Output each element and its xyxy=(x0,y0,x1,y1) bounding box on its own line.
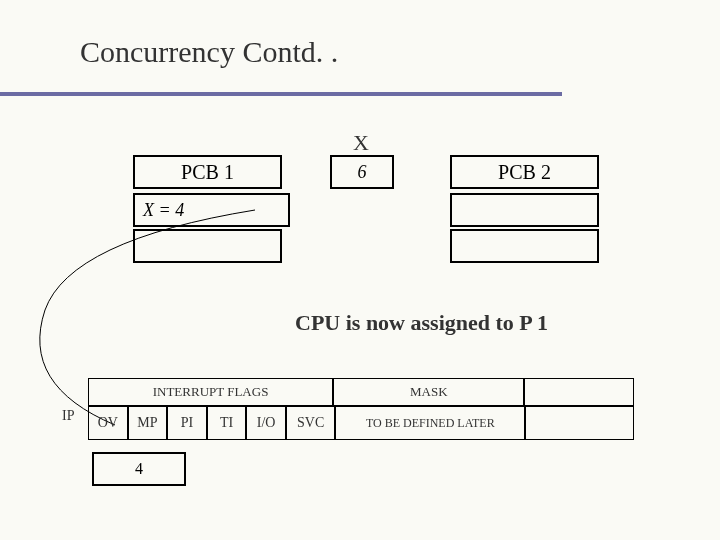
cell-ov: OV xyxy=(88,406,128,440)
pcb2-header: PCB 2 xyxy=(450,155,599,189)
title-underline xyxy=(0,92,562,96)
cell-io: I/O xyxy=(246,406,286,440)
cell-ti: TI xyxy=(207,406,247,440)
cell-pi: PI xyxy=(167,406,207,440)
cell-blank xyxy=(525,406,634,440)
pcb1-header: PCB 1 xyxy=(133,155,282,189)
variable-x-label: X xyxy=(353,130,369,156)
ip-label: IP xyxy=(62,408,74,424)
hdr-blank xyxy=(524,378,634,406)
hdr-mask: MASK xyxy=(333,378,524,406)
hdr-interrupt-flags: INTERRUPT FLAGS xyxy=(88,378,333,406)
cpu-caption: CPU is now assigned to P 1 xyxy=(295,310,548,336)
slide-title: Concurrency Contd. . xyxy=(80,35,338,69)
pcb1-row2 xyxy=(133,229,282,263)
cell-svc: SVC xyxy=(286,406,335,440)
flags-table: INTERRUPT FLAGS MASK OV MP PI TI I/O SVC… xyxy=(88,378,634,440)
x-value-box: 6 xyxy=(330,155,394,189)
ip-box: 4 xyxy=(92,452,186,486)
pcb1-row1: X = 4 xyxy=(133,193,290,227)
pcb2-row2 xyxy=(450,229,599,263)
cell-mask: TO BE DEFINED LATER xyxy=(335,406,525,440)
cell-mp: MP xyxy=(128,406,168,440)
pcb2-row1 xyxy=(450,193,599,227)
